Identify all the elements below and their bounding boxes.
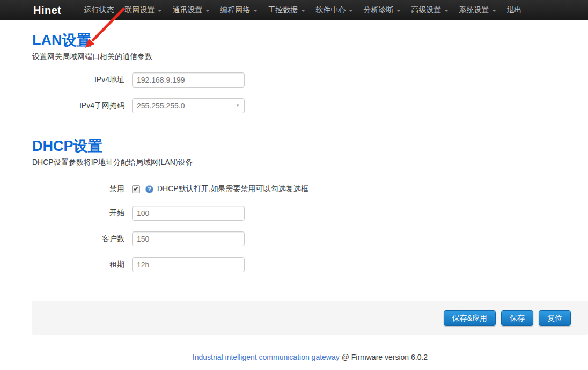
main-content: LAN设置 设置网关局域网端口相关的通信参数 IPv4地址 IPv4子网掩码 2… xyxy=(32,33,588,361)
check-icon: ✔ xyxy=(133,186,138,192)
nav-item-analysis-diagnosis[interactable]: 分析诊断 xyxy=(358,0,406,20)
ipv4-netmask-label: IPv4子网掩码 xyxy=(32,101,132,111)
nav-item-network-settings[interactable]: 联网设置 xyxy=(120,0,167,20)
dhcp-start-row: 开始 xyxy=(32,206,588,221)
chevron-down-icon xyxy=(444,10,449,12)
footer-gateway-link[interactable]: Industrial intelligent communication gat… xyxy=(193,353,340,361)
nav-item-industrial-data[interactable]: 工控数据 xyxy=(263,0,311,20)
ipv4-address-row: IPv4地址 xyxy=(32,72,588,88)
save-apply-button[interactable]: 保存&应用 xyxy=(444,310,496,326)
footer-firmware-version: @ Firmware version 6.0.2 xyxy=(340,353,428,361)
lan-section-subtitle: 设置网关局域网端口相关的通信参数 xyxy=(32,52,588,62)
chevron-down-icon xyxy=(253,10,258,12)
chevron-down-icon xyxy=(301,10,305,12)
chevron-down-icon xyxy=(205,10,210,12)
chevron-down-icon xyxy=(492,10,496,12)
nav-item-logout[interactable]: 退出 xyxy=(502,0,527,20)
dhcp-lease-input[interactable] xyxy=(132,257,245,272)
dhcp-form: 禁用 ✔ ? DHCP默认打开,如果需要禁用可以勾选复选框 开始 客户数 租期 xyxy=(32,182,588,272)
nav-item-system-settings[interactable]: 系统设置 xyxy=(454,0,502,20)
nav-item-label: 分析诊断 xyxy=(364,5,394,15)
top-navbar: Hinet 运行状态 联网设置 通讯设置 编程网络 工控数据 软件中心 分析诊断… xyxy=(0,0,588,20)
dhcp-section-subtitle: DHCP设置参数将IP地址分配给局域网(LAN)设备 xyxy=(32,158,588,168)
nav-item-label: 高级设置 xyxy=(411,5,442,15)
nav-item-label: 退出 xyxy=(507,5,522,15)
nav-item-label: 编程网络 xyxy=(220,5,251,15)
chevron-down-icon xyxy=(349,10,353,12)
dhcp-disable-help-text: DHCP默认打开,如果需要禁用可以勾选复选框 xyxy=(157,184,308,194)
ipv4-address-input[interactable] xyxy=(132,72,245,88)
dhcp-disable-row: 禁用 ✔ ? DHCP默认打开,如果需要禁用可以勾选复选框 xyxy=(32,182,588,197)
nav-item-software-center[interactable]: 软件中心 xyxy=(311,0,358,20)
dhcp-clients-input[interactable] xyxy=(132,231,245,246)
save-button[interactable]: 保存 xyxy=(501,310,533,326)
dhcp-clients-label: 客户数 xyxy=(32,234,132,244)
ipv4-netmask-select[interactable]: 255.255.255.0 xyxy=(132,98,245,113)
dhcp-lease-row: 租期 xyxy=(32,257,588,272)
nav-item-programming-network[interactable]: 编程网络 xyxy=(215,0,263,20)
nav-item-running-status[interactable]: 运行状态 xyxy=(79,0,120,20)
page-actions-bar: 保存&应用 保存 复位 xyxy=(32,301,588,335)
dhcp-start-label: 开始 xyxy=(32,208,132,218)
nav-item-label: 通讯设置 xyxy=(173,5,203,15)
reset-button[interactable]: 复位 xyxy=(539,310,571,326)
nav-item-label: 工控数据 xyxy=(268,5,298,15)
lan-form: IPv4地址 IPv4子网掩码 255.255.255.0 ▼ xyxy=(32,72,588,113)
dhcp-start-input[interactable] xyxy=(132,206,245,221)
dhcp-lease-label: 租期 xyxy=(32,260,132,270)
ipv4-address-label: IPv4地址 xyxy=(32,75,132,85)
nav-item-label: 软件中心 xyxy=(316,5,346,15)
lan-section-title: LAN设置 xyxy=(32,33,588,48)
nav-item-comm-settings[interactable]: 通讯设置 xyxy=(167,0,215,20)
nav-item-label: 系统设置 xyxy=(459,5,489,15)
footer-divider xyxy=(32,345,588,345)
chevron-down-icon xyxy=(396,10,401,12)
footer-text: Industrial intelligent communication gat… xyxy=(32,353,588,361)
nav-item-advanced-settings[interactable]: 高级设置 xyxy=(406,0,454,20)
brand-logo[interactable]: Hinet xyxy=(33,4,62,17)
help-icon: ? xyxy=(145,185,153,193)
nav-item-label: 联网设置 xyxy=(125,5,155,15)
nav-item-label: 运行状态 xyxy=(84,5,114,15)
chevron-down-icon xyxy=(158,10,162,12)
ipv4-netmask-row: IPv4子网掩码 255.255.255.0 ▼ xyxy=(32,98,588,113)
dhcp-clients-row: 客户数 xyxy=(32,231,588,246)
ipv4-netmask-select-wrap: 255.255.255.0 ▼ xyxy=(132,98,245,113)
dhcp-disable-label: 禁用 xyxy=(32,184,132,194)
dhcp-disable-checkbox[interactable]: ✔ xyxy=(132,185,140,193)
dhcp-section-title: DHCP设置 xyxy=(32,139,588,154)
